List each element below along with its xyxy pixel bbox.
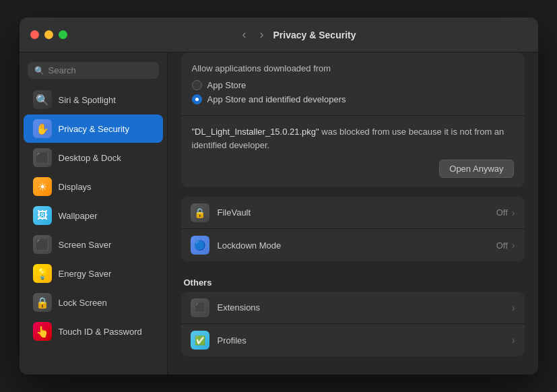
maximize-button[interactable]	[59, 30, 67, 39]
titlebar-center: ‹ › Privacy & Security	[67, 26, 527, 43]
lockdown-row[interactable]: 🔵 Lockdown Mode Off ›	[181, 229, 525, 261]
sidebar-item-label: Screen Saver	[59, 240, 112, 250]
filevault-label: FileVault	[218, 207, 496, 218]
sidebar-item-touchid[interactable]: 👆 Touch ID & Password	[24, 317, 163, 346]
others-header: Others	[181, 271, 525, 292]
content-area: 🔍 🔍 Siri & Spotlight ✋ Privacy & Securit…	[20, 53, 538, 374]
radio-appstore-devs-circle[interactable]	[192, 94, 202, 104]
sidebar-item-displays[interactable]: ☀ Displays	[24, 172, 163, 201]
blocked-message-text: "DL_Light_Installer_15.0.21.pkg" was blo…	[192, 125, 514, 152]
sidebar-item-desktop[interactable]: ⬛ Desktop & Dock	[24, 143, 163, 172]
filevault-row[interactable]: 🔒 FileVault Off ›	[181, 197, 525, 229]
download-section-label: Allow applications downloaded from	[192, 63, 514, 73]
sidebar-item-label: Siri & Spotlight	[59, 95, 116, 105]
wallpaper-icon: 🖼	[33, 206, 52, 225]
energy-icon: 💡	[33, 264, 52, 283]
radio-appstore-circle[interactable]	[192, 80, 202, 90]
lockscreen-icon: 🔒	[33, 293, 52, 312]
extensions-label: Extensions	[218, 302, 512, 313]
extensions-chevron-icon: ›	[512, 302, 515, 313]
lockdown-value: Off	[496, 240, 508, 251]
traffic-lights	[30, 30, 67, 39]
screensaver-icon: ⬛	[33, 235, 52, 254]
close-button[interactable]	[30, 30, 39, 39]
search-input[interactable]	[48, 65, 152, 75]
search-icon: 🔍	[34, 66, 44, 75]
sidebar-item-privacy[interactable]: ✋ Privacy & Security	[24, 115, 163, 143]
sidebar-item-label: Wallpaper	[59, 211, 98, 221]
desktop-icon: ⬛	[33, 148, 52, 167]
sidebar-item-label: Energy Saver	[59, 269, 112, 279]
filevault-icon: 🔒	[191, 203, 209, 222]
titlebar: ‹ › Privacy & Security	[20, 18, 538, 53]
download-section-card: Allow applications downloaded from App S…	[181, 53, 525, 187]
extensions-row[interactable]: ⬛ Extensions ›	[181, 292, 525, 324]
profiles-row[interactable]: ✅ Profiles ›	[181, 324, 525, 356]
radio-appstore-label: App Store	[207, 80, 247, 90]
titlebar-title: Privacy & Security	[273, 30, 356, 40]
profiles-chevron-icon: ›	[512, 335, 515, 346]
filevault-value: Off	[496, 207, 508, 218]
sidebar-item-label: Displays	[59, 182, 92, 192]
radio-appstore-devs[interactable]: App Store and identified developers	[192, 94, 514, 104]
security-rows-card: 🔒 FileVault Off › 🔵 Lockdown Mode Off ›	[181, 197, 525, 261]
sidebar-item-wallpaper[interactable]: 🖼 Wallpaper	[24, 201, 163, 230]
back-button[interactable]: ‹	[238, 26, 251, 43]
blocked-section: "DL_Light_Installer_15.0.21.pkg" was blo…	[181, 115, 525, 187]
sidebar-item-label: Touch ID & Password	[59, 327, 142, 337]
sidebar-item-screensaver[interactable]: ⬛ Screen Saver	[24, 230, 163, 259]
privacy-icon: ✋	[33, 119, 52, 138]
sidebar-item-energy[interactable]: 💡 Energy Saver	[24, 259, 163, 288]
lockdown-icon: 🔵	[191, 236, 209, 255]
sidebar: 🔍 🔍 Siri & Spotlight ✋ Privacy & Securit…	[20, 53, 168, 374]
lockdown-label: Lockdown Mode	[218, 240, 496, 251]
siri-icon: 🔍	[33, 90, 52, 109]
sidebar-item-label: Desktop & Dock	[59, 153, 121, 163]
sidebar-item-label: Privacy & Security	[59, 124, 129, 134]
filevault-chevron-icon: ›	[512, 207, 515, 218]
extensions-icon: ⬛	[191, 298, 209, 317]
profiles-label: Profiles	[218, 335, 512, 346]
open-anyway-button[interactable]: Open Anyway	[439, 160, 513, 178]
radio-appstore[interactable]: App Store	[192, 80, 514, 90]
forward-button[interactable]: ›	[256, 26, 268, 43]
touchid-icon: 👆	[33, 322, 52, 341]
main-panel: Allow applications downloaded from App S…	[168, 53, 538, 374]
lockdown-chevron-icon: ›	[512, 240, 515, 251]
main-content: Allow applications downloaded from App S…	[168, 53, 538, 374]
sidebar-item-lockscreen[interactable]: 🔒 Lock Screen	[24, 288, 163, 317]
sidebar-item-label: Lock Screen	[59, 298, 107, 308]
sidebar-item-siri[interactable]: 🔍 Siri & Spotlight	[24, 86, 163, 114]
blocked-filename: "DL_Light_Installer_15.0.21.pkg"	[192, 127, 319, 137]
profiles-icon: ✅	[191, 331, 209, 350]
others-section-card: ⬛ Extensions › ✅ Profiles ›	[181, 292, 525, 356]
search-box[interactable]: 🔍	[28, 62, 159, 79]
displays-icon: ☀	[33, 177, 52, 196]
minimize-button[interactable]	[44, 30, 53, 39]
main-window: ‹ › Privacy & Security 🔍 🔍 Siri & Spotli…	[20, 18, 538, 374]
radio-appstore-devs-label: App Store and identified developers	[207, 94, 346, 104]
download-section: Allow applications downloaded from App S…	[181, 53, 525, 115]
